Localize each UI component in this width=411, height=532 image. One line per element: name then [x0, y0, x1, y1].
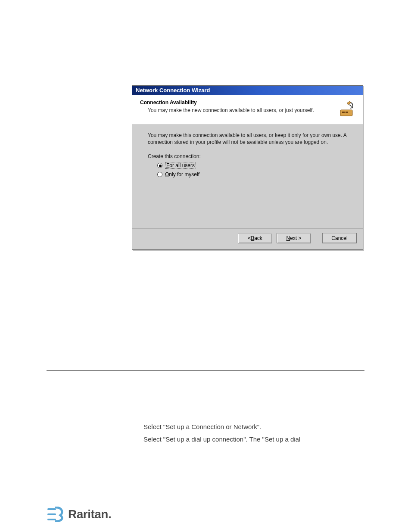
radio-label: For all users — [165, 162, 196, 169]
dialog-info-text: You may make this connection available t… — [148, 132, 351, 146]
dialog-header: Connection Availability You may make the… — [132, 95, 363, 125]
dialog-subtext: You may make the new connection availabl… — [148, 107, 334, 113]
instruction-line: Select "Set up a dial up connection". Th… — [143, 433, 355, 445]
section-divider — [47, 370, 364, 371]
network-modem-icon — [338, 100, 357, 118]
raritan-logo: Raritan. — [47, 505, 125, 523]
radio-label: Only for myself — [165, 171, 199, 177]
radio-option-all-users[interactable]: For all users — [157, 162, 351, 169]
svg-rect-1 — [342, 112, 345, 113]
radio-icon — [157, 163, 162, 168]
dialog-body: You may make this connection available t… — [132, 125, 363, 228]
next-button[interactable]: Next > — [277, 233, 311, 243]
network-connection-wizard-dialog: Network Connection Wizard Connection Ava… — [132, 85, 363, 250]
dialog-footer: < Back Next > Cancel — [132, 228, 363, 249]
raritan-logo-text: Raritan. — [68, 507, 111, 521]
dialog-title: Network Connection Wizard — [136, 87, 210, 93]
back-button[interactable]: < Back — [238, 233, 272, 243]
radio-option-only-myself[interactable]: Only for myself — [157, 171, 351, 177]
cancel-button[interactable]: Cancel — [322, 233, 357, 243]
dialog-heading: Connection Availability — [140, 100, 334, 106]
dialog-titlebar[interactable]: Network Connection Wizard — [132, 86, 363, 95]
raritan-logo-icon — [47, 507, 65, 522]
svg-rect-2 — [346, 112, 348, 113]
instruction-line: Select "Set up a Connection or Network". — [143, 421, 355, 432]
radio-group-label: Create this connection: — [148, 153, 351, 159]
instruction-text-block: Select "Set up a Connection or Network".… — [143, 420, 355, 446]
dialog-header-text: Connection Availability You may make the… — [140, 100, 334, 113]
radio-icon — [157, 172, 162, 177]
